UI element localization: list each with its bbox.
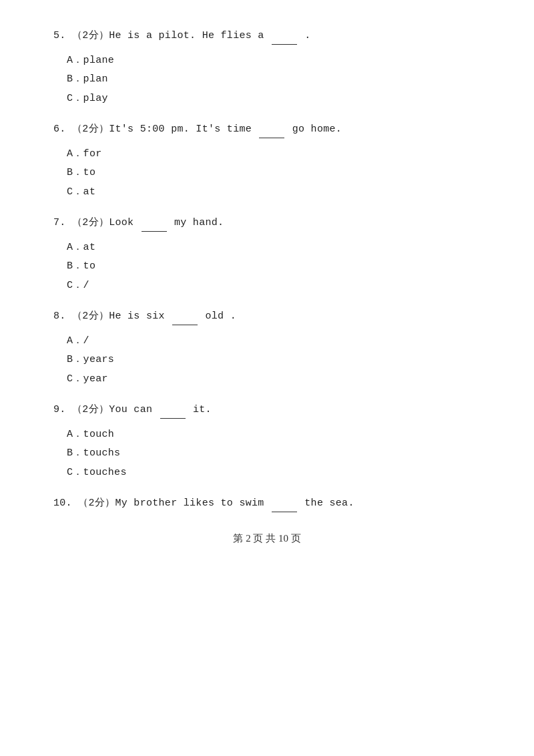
question-text-before: He is six: [109, 311, 165, 322]
option-label: C．: [67, 186, 83, 198]
question-number: 9.: [53, 404, 66, 415]
option-line: C．at: [67, 183, 481, 202]
option-text: touch: [83, 429, 115, 440]
option-line: C．year: [67, 370, 481, 389]
option-line: A．for: [67, 145, 481, 164]
question-block: 6. （2分）It's 5:00 pm. It's time go home.A…: [53, 120, 481, 202]
question-score: （2分）: [72, 311, 109, 322]
option-label: B．: [67, 354, 83, 365]
option-text: at: [83, 186, 96, 198]
option-line: A．touch: [67, 425, 481, 445]
option-text: for: [83, 148, 102, 160]
question-text: 10. （2分）My brother likes to swim the sea…: [53, 494, 481, 512]
question-text-before: He is a pilot. He flies a: [109, 30, 264, 41]
option-text: /: [83, 280, 89, 291]
option-line: C．/: [67, 276, 481, 296]
option-line: B．years: [67, 351, 481, 370]
option-text: touchs: [83, 447, 121, 459]
option-text: year: [83, 373, 108, 385]
question-text: 8. （2分）He is six old .: [53, 307, 481, 325]
option-line: B．to: [67, 257, 481, 276]
question-text-before: It's 5:00 pm. It's time: [109, 124, 252, 135]
question-block: 7. （2分）Look my hand.A．atB．toC．/: [53, 214, 481, 295]
option-label: B．: [67, 260, 83, 272]
question-text-after: go home.: [292, 124, 342, 135]
question-score: （2分）: [72, 124, 109, 135]
question-text-after: my hand.: [174, 217, 224, 228]
question-blank: [259, 120, 284, 138]
question-text: 7. （2分）Look my hand.: [53, 214, 481, 232]
option-line: B．to: [67, 164, 481, 183]
question-text-after: it.: [193, 404, 212, 415]
question-block: 8. （2分）He is six old .A．/B．yearsC．year: [53, 307, 481, 389]
question-text-before: My brother likes to swim: [115, 498, 264, 509]
option-line: A．/: [67, 332, 481, 351]
option-line: A．plane: [67, 51, 481, 71]
question-blank: [160, 401, 186, 419]
question-score: （2分）: [78, 498, 115, 509]
question-text: 6. （2分）It's 5:00 pm. It's time go home.: [53, 120, 481, 138]
question-blank: [272, 27, 297, 45]
option-label: C．: [67, 280, 83, 291]
question-text: 9. （2分）You can it.: [53, 401, 481, 419]
option-text: plan: [83, 73, 108, 85]
question-block: 10. （2分）My brother likes to swim the sea…: [53, 494, 481, 512]
option-text: to: [83, 260, 96, 272]
question-number: 6.: [53, 124, 66, 135]
option-label: C．: [67, 373, 83, 385]
option-text: to: [83, 167, 96, 178]
option-label: A．: [67, 242, 83, 253]
option-line: A．at: [67, 238, 481, 258]
option-label: C．: [67, 467, 83, 478]
option-text: /: [83, 335, 89, 347]
option-line: B．touchs: [67, 444, 481, 463]
question-number: 10.: [53, 498, 72, 509]
option-label: B．: [67, 167, 83, 178]
question-number: 8.: [53, 311, 66, 322]
question-blank: [142, 214, 167, 232]
question-blank: [172, 307, 198, 325]
question-block: 9. （2分）You can it.A．touchB．touchsC．touch…: [53, 401, 481, 482]
question-score: （2分）: [72, 404, 109, 415]
option-label: B．: [67, 73, 83, 85]
option-line: C．play: [67, 89, 481, 109]
question-text-after: .: [304, 30, 310, 41]
option-text: touches: [83, 467, 127, 478]
question-text-after: old .: [205, 311, 236, 322]
option-text: at: [83, 242, 96, 253]
option-text: plane: [83, 55, 115, 66]
option-label: C．: [67, 93, 83, 104]
option-line: C．touches: [67, 463, 481, 483]
question-text-before: Look: [109, 217, 134, 228]
question-block: 5. （2分）He is a pilot. He flies a .A．plan…: [53, 27, 481, 108]
question-text-after: the sea.: [304, 498, 354, 509]
question-number: 5.: [53, 30, 66, 41]
question-number: 7.: [53, 217, 66, 228]
question-text-before: You can: [109, 404, 152, 415]
page-footer: 第 2 页 共 10 页: [53, 532, 481, 545]
option-label: B．: [67, 447, 83, 459]
option-label: A．: [67, 335, 83, 347]
option-line: B．plan: [67, 70, 481, 89]
question-blank: [272, 494, 297, 512]
option-text: play: [83, 93, 108, 104]
option-label: A．: [67, 55, 83, 66]
question-score: （2分）: [72, 30, 109, 41]
option-label: A．: [67, 148, 83, 160]
option-label: A．: [67, 429, 83, 440]
option-text: years: [83, 354, 115, 365]
question-text: 5. （2分）He is a pilot. He flies a .: [53, 27, 481, 45]
question-score: （2分）: [72, 217, 109, 228]
